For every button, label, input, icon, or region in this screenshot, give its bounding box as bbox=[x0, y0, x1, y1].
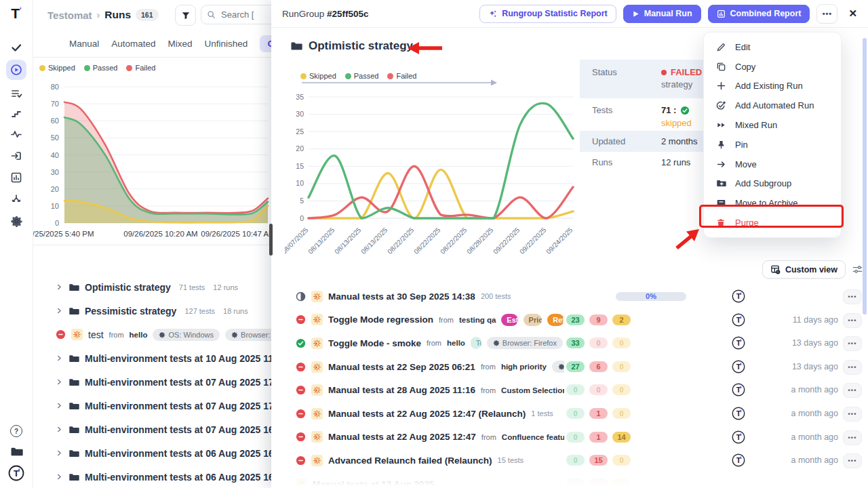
run-title[interactable]: Manual tests at 22 Sep 2025 06:21 bbox=[328, 362, 475, 372]
menu-item-mixed-run[interactable]: Mixed Run bbox=[704, 115, 841, 135]
tab-unfinished[interactable]: Unfinished bbox=[205, 39, 248, 49]
chevron-right-icon[interactable] bbox=[56, 402, 63, 409]
group-name[interactable]: Optimistic strategy bbox=[85, 282, 171, 293]
search-input[interactable] bbox=[220, 9, 271, 20]
run-title[interactable]: Manual tests at 28 Aug 2025 11:16 bbox=[328, 385, 475, 395]
check-icon[interactable] bbox=[0, 38, 33, 57]
analytics-icon[interactable] bbox=[0, 168, 33, 187]
row-actions-button[interactable]: ••• bbox=[843, 360, 862, 375]
run-title[interactable]: Toggle Mode - smoke bbox=[328, 338, 421, 348]
row-actions-button[interactable]: ••• bbox=[843, 453, 862, 468]
run-title[interactable]: Advanced Relaunch failed (Relaunch) bbox=[328, 455, 492, 466]
more-actions-button[interactable]: ••• bbox=[816, 4, 837, 24]
list-item[interactable]: Multi-environment tests at 07 Aug 2025 1… bbox=[33, 370, 271, 394]
run-row[interactable]: Manual tests at 22 Sep 2025 06:21fromhig… bbox=[271, 355, 868, 379]
run-row[interactable]: Advanced Relaunch failed (Relaunch)15 te… bbox=[271, 449, 868, 472]
profile-avatar[interactable]: T bbox=[0, 464, 33, 483]
rungroup-statistic-report-button[interactable]: Rungroup Statistic Report bbox=[479, 5, 616, 23]
tab-manual[interactable]: Manual bbox=[69, 39, 99, 49]
breadcrumb-page[interactable]: Runs bbox=[104, 9, 131, 21]
list-item[interactable]: Pessimistic strategy127 tests18 runs bbox=[33, 299, 271, 323]
list-item[interactable]: testfromhelloOS: WindowsBrowser: Chrome bbox=[33, 323, 271, 346]
menu-item-add-subgroup[interactable]: Add Subgroup bbox=[704, 174, 841, 194]
group-name[interactable]: Multi-environment tests at 07 Aug 2025 1… bbox=[85, 401, 271, 411]
help-icon[interactable]: ? bbox=[0, 422, 33, 441]
menu-item-copy[interactable]: Copy bbox=[704, 57, 841, 77]
menu-item-pin[interactable]: Pin bbox=[704, 135, 841, 155]
pulse-icon[interactable] bbox=[0, 125, 33, 144]
manual-run-button[interactable]: Manual Run bbox=[623, 5, 701, 23]
group-name[interactable]: Pessimistic strategy bbox=[85, 306, 176, 317]
group-name[interactable]: Multi-environment tests at 06 Aug 2025 1… bbox=[85, 448, 271, 459]
group-name[interactable]: Multi-environment tests at 06 Aug 2025 1… bbox=[85, 472, 271, 483]
run-title[interactable]: Manual tests at 22 Aug 2025 12:47 bbox=[328, 432, 476, 442]
run-title[interactable]: Manual tests at 22 Aug 2025 12:47 (Relau… bbox=[328, 409, 526, 419]
run-title[interactable]: Toggle Mode regression bbox=[328, 314, 433, 325]
list-item[interactable]: Multi-environment tests at 07 Aug 2025 1… bbox=[33, 418, 271, 441]
from-source[interactable]: high priority bbox=[501, 363, 547, 371]
chevron-right-icon[interactable] bbox=[56, 354, 63, 362]
brand-logo[interactable]: T' bbox=[0, 5, 33, 22]
from-source[interactable]: Custom Selection bbox=[501, 386, 564, 394]
menu-item-move[interactable]: Move bbox=[704, 155, 841, 174]
test-plans-icon[interactable] bbox=[0, 84, 33, 103]
chevron-right-icon[interactable] bbox=[56, 426, 63, 433]
row-actions-button[interactable]: ••• bbox=[843, 336, 862, 351]
menu-item-add-existing-run[interactable]: Add Existing Run bbox=[704, 77, 841, 96]
tab-groups-active[interactable]: Groups bbox=[260, 35, 271, 52]
custom-view-button[interactable]: Custom view bbox=[762, 260, 846, 279]
settings-gear-icon[interactable] bbox=[0, 211, 33, 230]
left-scrollbar-thumb[interactable] bbox=[269, 224, 273, 256]
search-box[interactable]: ✕ bbox=[201, 5, 271, 24]
run-row[interactable]: Toggle Mode - smokefromhelloTo ReviewBro… bbox=[271, 331, 868, 355]
green-count-pill: 33 bbox=[566, 338, 585, 348]
list-item[interactable]: Multi-environment tests at 06 Aug 2025 1… bbox=[33, 441, 271, 465]
import-icon[interactable] bbox=[0, 146, 33, 165]
from-source[interactable]: Confluence feature bbox=[502, 433, 564, 441]
menu-item-add-automated-run[interactable]: Add Automated Run bbox=[704, 96, 841, 115]
run-row[interactable]: Manual tests at 22 Aug 2025 12:47fromCon… bbox=[271, 426, 868, 449]
list-item[interactable]: Multi-environment tests at 06 Aug 2025 1… bbox=[33, 465, 271, 488]
breadcrumb[interactable]: Testomat › Runs 161 bbox=[33, 9, 159, 21]
group-name[interactable]: Multi-environment tests at 10 Aug 2025 1… bbox=[85, 353, 271, 364]
row-actions-button[interactable]: ••• bbox=[843, 289, 862, 304]
filter-button[interactable] bbox=[175, 5, 196, 26]
run-row[interactable]: Manual tests at 22 Aug 2025 12:47 (Relau… bbox=[271, 402, 868, 426]
tab-automated[interactable]: Automated bbox=[111, 39, 155, 49]
runs-play-icon[interactable] bbox=[0, 60, 33, 80]
list-item[interactable]: Optimistic strategy71 tests12 runs bbox=[33, 275, 271, 299]
run-row[interactable]: Manual tests at 28 Aug 2025 11:16fromCus… bbox=[271, 378, 868, 402]
row-actions-button[interactable]: ••• bbox=[843, 430, 862, 445]
row-actions-button[interactable]: ••• bbox=[843, 407, 862, 422]
chevron-right-icon[interactable] bbox=[56, 283, 63, 291]
tab-mixed[interactable]: Mixed bbox=[168, 39, 193, 49]
run-row[interactable]: Manual tests at 30 Sep 2025 14:38200 tes… bbox=[271, 285, 868, 308]
from-source[interactable]: hello bbox=[130, 331, 148, 339]
close-panel-icon[interactable]: ✕ bbox=[848, 7, 857, 20]
list-item[interactable]: Multi-environment tests at 10 Aug 2025 1… bbox=[33, 346, 271, 370]
breadcrumb-app[interactable]: Testomat bbox=[47, 9, 92, 21]
run-row-partial[interactable]: Manual tests at 13 Aug 2025 bbox=[271, 472, 868, 488]
from-source[interactable]: hello bbox=[447, 339, 465, 347]
steps-icon[interactable] bbox=[0, 104, 33, 123]
panel-scrollbar-thumb[interactable] bbox=[863, 38, 867, 314]
run-title[interactable]: Manual tests at 30 Sep 2025 14:38 bbox=[328, 291, 475, 302]
chevron-right-icon[interactable] bbox=[56, 307, 63, 314]
result-counts: 010 bbox=[566, 408, 631, 419]
chevron-right-icon[interactable] bbox=[56, 449, 63, 457]
from-source[interactable]: testing qa bbox=[459, 316, 496, 324]
group-name[interactable]: Multi-environment tests at 07 Aug 2025 1… bbox=[85, 377, 271, 388]
chevron-right-icon[interactable] bbox=[56, 378, 63, 386]
run-row[interactable]: Toggle Mode regressionfromtesting qaEsti… bbox=[271, 308, 868, 332]
menu-item-edit[interactable]: Edit bbox=[704, 37, 841, 57]
group-name[interactable]: Multi-environment tests at 07 Aug 2025 1… bbox=[85, 424, 271, 435]
run-name[interactable]: test bbox=[88, 329, 104, 340]
branches-icon[interactable] bbox=[0, 190, 33, 209]
row-actions-button[interactable]: ••• bbox=[843, 383, 862, 398]
projects-folder-icon[interactable] bbox=[0, 442, 33, 461]
row-actions-button[interactable]: ••• bbox=[843, 313, 862, 328]
chevron-right-icon[interactable] bbox=[56, 473, 63, 481]
column-settings-icon[interactable] bbox=[852, 264, 863, 274]
combined-report-button[interactable]: Combined Report bbox=[708, 5, 810, 23]
list-item[interactable]: Multi-environment tests at 07 Aug 2025 1… bbox=[33, 394, 271, 418]
